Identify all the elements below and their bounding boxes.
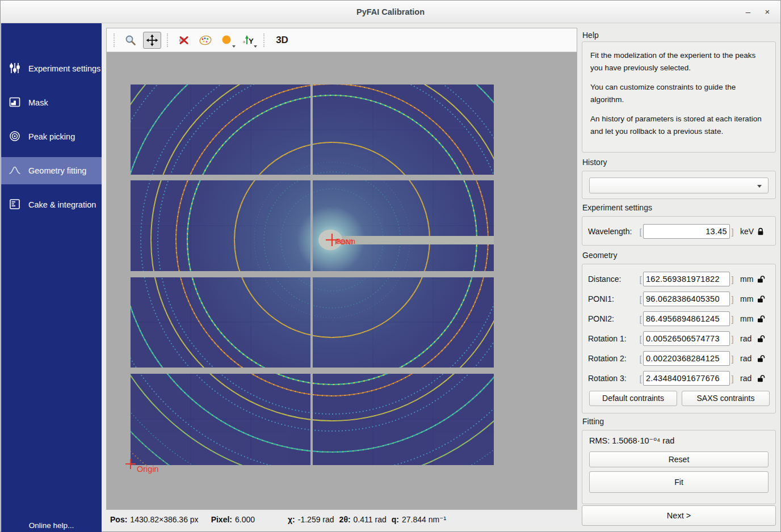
history-dropdown[interactable]	[589, 178, 769, 193]
rotation2-label: Rotation 2:	[588, 354, 638, 363]
rotation3-unit: rad	[735, 374, 755, 383]
q-label: q:	[392, 515, 399, 524]
sidebar-item-cake-integration[interactable]: Cake & integration	[1, 191, 102, 218]
geometry-box: Distance: [ ] mm PONI1: [ ] mm P	[582, 264, 776, 413]
title-bar: PyFAI Calibration – ×	[1, 1, 780, 23]
minimize-button[interactable]: –	[738, 1, 758, 23]
toolbar-drag-handle[interactable]	[263, 33, 266, 47]
chi-value: -1.259 rad	[298, 515, 334, 524]
pixel-value: 6.000	[235, 515, 255, 524]
colormap-button[interactable]	[196, 32, 215, 49]
3d-button-label: 3D	[274, 35, 291, 46]
help-paragraph: An history of parameters is stored at ea…	[590, 113, 767, 137]
crosshair-disabled-icon	[178, 34, 190, 47]
pyfai-calibration-window: PyFAI Calibration – × Experiment setting…	[0, 0, 781, 532]
online-help-button[interactable]: Online help...	[1, 521, 102, 530]
sidebar-item-label: Peak picking	[28, 132, 75, 141]
sidebar-item-peak-picking[interactable]: Peak picking	[1, 123, 102, 150]
plot-toolbar: a Y 3D	[107, 28, 577, 52]
dropdown-caret-icon	[254, 45, 257, 48]
lock-open-icon[interactable]	[755, 315, 766, 323]
help-paragraph: You can customize constraints to guide t…	[590, 81, 767, 105]
lock-open-icon[interactable]	[755, 354, 766, 363]
integration-icon	[9, 198, 21, 212]
open-bracket: [	[638, 314, 643, 324]
fitting-box: RMS: 1.5068·10⁻⁰⁴ rad Reset Fit	[582, 430, 776, 504]
distance-input[interactable]	[643, 272, 730, 286]
wavelength-input[interactable]	[643, 224, 730, 239]
sidebar-item-label: Experiment settings	[28, 64, 100, 73]
fit-button[interactable]: Fit	[589, 471, 769, 493]
poni1-input[interactable]	[643, 292, 730, 306]
sliders-icon	[9, 62, 21, 76]
beamstop-arm	[333, 236, 494, 244]
open-bracket: [	[638, 334, 643, 344]
beam-marker-label: Beam	[336, 237, 355, 246]
pos-value: 1430.82×386.36 px	[130, 515, 198, 524]
experiment-section-title: Experiment settings	[582, 203, 652, 212]
diffraction-plot-canvas[interactable]: PONI Beam Origin	[107, 52, 577, 509]
geometry-section-title: Geometry	[582, 251, 617, 260]
distance-label: Distance:	[588, 275, 638, 284]
poni1-unit: mm	[735, 294, 755, 303]
default-constraints-button[interactable]: Default contraints	[589, 391, 677, 406]
plot-widget: a Y 3D	[106, 28, 577, 510]
saxs-constraints-button[interactable]: SAXS contraints	[682, 391, 770, 406]
experiment-box: Wavelength: [ ] keV	[582, 216, 776, 246]
open-bracket: [	[638, 275, 643, 284]
crosshair-button[interactable]	[175, 32, 193, 49]
reset-button[interactable]: Reset	[589, 451, 769, 467]
q-value: 27.844 nm⁻¹	[402, 515, 446, 524]
sidebar-item-experiment-settings[interactable]: Experiment settings	[1, 55, 102, 82]
open-bracket: [	[638, 227, 643, 237]
close-bracket: ]	[730, 374, 735, 383]
close-bracket: ]	[730, 227, 735, 237]
svg-text:Y: Y	[249, 37, 254, 45]
mask-color-button[interactable]	[218, 32, 236, 49]
open-bracket: [	[638, 354, 643, 364]
poni2-label: PONI2:	[588, 314, 638, 323]
rotation3-input[interactable]	[643, 371, 730, 386]
toolbar-drag-handle[interactable]	[167, 33, 169, 47]
lock-open-icon[interactable]	[755, 275, 766, 284]
sidebar-item-geometry-fitting[interactable]: Geometry fitting	[1, 157, 102, 184]
lock-open-icon[interactable]	[755, 374, 766, 383]
close-bracket: ]	[730, 334, 735, 344]
close-bracket: ]	[730, 354, 735, 364]
help-section-title: Help	[582, 31, 599, 40]
poni1-label: PONI1:	[588, 294, 638, 303]
rotation1-input[interactable]	[643, 331, 730, 346]
rotation1-unit: rad	[735, 334, 755, 343]
y-axis-orientation-button[interactable]: a Y	[240, 32, 258, 49]
gaussian-curve-icon	[9, 164, 21, 178]
3d-view-button[interactable]: 3D	[271, 32, 293, 49]
open-bracket: [	[638, 374, 643, 383]
wavelength-unit: keV	[735, 227, 755, 236]
magnifier-icon	[124, 34, 137, 47]
rotation2-input[interactable]	[643, 351, 730, 366]
lock-closed-icon[interactable]	[755, 227, 766, 236]
rotation3-label: Rotation 3:	[588, 374, 638, 383]
mask-icon	[9, 96, 21, 110]
help-paragraph: Fit the modelization of the experient to…	[590, 49, 767, 74]
palette-icon	[199, 34, 212, 47]
dropdown-caret-icon	[232, 45, 236, 48]
close-button[interactable]: ×	[758, 1, 777, 23]
diffraction-image: PONI Beam Origin	[107, 52, 577, 509]
pan-mode-button[interactable]	[143, 32, 161, 49]
sidebar-item-mask[interactable]: Mask	[1, 89, 102, 116]
next-button[interactable]: Next >	[582, 505, 776, 526]
chi-label: χ:	[288, 515, 295, 524]
lock-open-icon[interactable]	[755, 335, 766, 343]
toolbar-drag-handle[interactable]	[114, 33, 116, 47]
poni2-input[interactable]	[643, 311, 730, 326]
pixel-label: Pixel:	[211, 515, 232, 524]
zoom-mode-button[interactable]	[121, 32, 140, 49]
lock-open-icon[interactable]	[755, 295, 766, 303]
sidebar-item-label: Geometry fitting	[28, 166, 86, 175]
target-icon	[9, 130, 21, 144]
poni2-unit: mm	[735, 314, 755, 323]
two-theta-label: 2θ:	[339, 515, 351, 524]
pan-icon	[146, 34, 158, 47]
origin-marker-label: Origin	[137, 465, 159, 474]
